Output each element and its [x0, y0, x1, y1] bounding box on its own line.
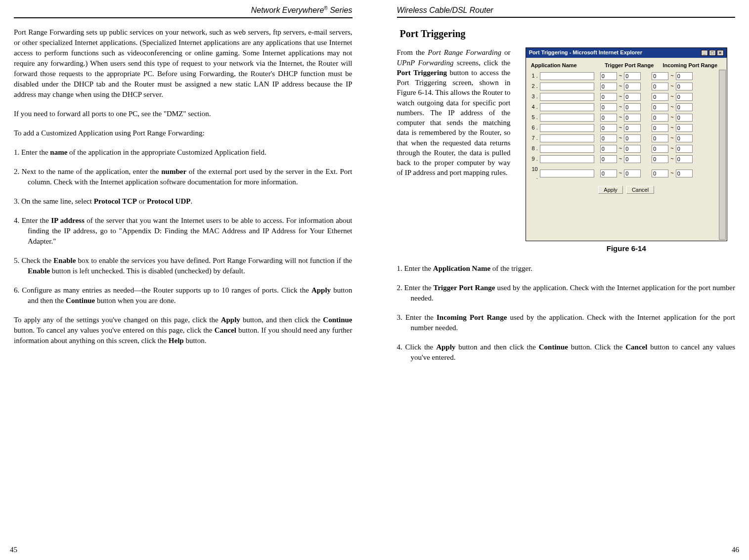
row-number: 8 . — [531, 145, 540, 152]
row-number: 1 . — [531, 72, 540, 80]
table-row: 4 .~~ — [531, 103, 722, 111]
table-row: 9 .~~ — [531, 155, 722, 163]
trigger-port-from[interactable] — [600, 124, 617, 132]
trigger-port-to[interactable] — [624, 124, 641, 132]
incoming-port-to[interactable] — [676, 155, 693, 163]
app-name-input[interactable] — [540, 103, 594, 111]
incoming-port-from[interactable] — [652, 155, 668, 163]
port-triggering-intro: From the Port Range Forwarding or UPnP F… — [397, 47, 511, 253]
trigger-port-to[interactable] — [624, 145, 641, 153]
range-sep: ~ — [619, 145, 622, 152]
row-number: 7 . — [531, 134, 540, 142]
trigger-port-from[interactable] — [600, 145, 617, 153]
incoming-port-from[interactable] — [652, 103, 668, 111]
left-step-1: 1. Enter the name of the application in … — [14, 147, 352, 158]
incoming-port-to[interactable] — [676, 72, 693, 80]
incoming-port-from[interactable] — [652, 124, 668, 132]
window-titlebar: Port Triggering - Microsoft Internet Exp… — [526, 48, 727, 57]
right-step-4: 4. Click the Apply button and then click… — [397, 342, 736, 363]
incoming-port-to[interactable] — [676, 170, 693, 177]
range-sep: ~ — [619, 114, 622, 121]
incoming-port-to[interactable] — [676, 134, 693, 142]
trigger-port-to[interactable] — [624, 170, 641, 177]
left-header-title: Network Everywhere® Series — [251, 5, 352, 16]
incoming-port-from[interactable] — [652, 145, 668, 153]
range-sep: ~ — [670, 145, 673, 152]
left-step-3: 3. On the same line, select Protocol TCP… — [14, 196, 352, 207]
app-name-input[interactable] — [540, 114, 594, 122]
incoming-port-from[interactable] — [652, 93, 668, 101]
incoming-port-from[interactable] — [652, 170, 668, 177]
incoming-port-to[interactable] — [676, 103, 693, 111]
row-number: 10 . — [531, 166, 540, 181]
range-sep: ~ — [670, 170, 673, 177]
figure-6-14: Port Triggering - Microsoft Internet Exp… — [518, 47, 736, 253]
left-p3: To add a Customized Application using Po… — [14, 128, 352, 138]
trigger-port-from[interactable] — [600, 155, 617, 163]
trigger-port-to[interactable] — [624, 155, 641, 163]
trigger-port-from[interactable] — [600, 93, 617, 101]
range-sep: ~ — [619, 72, 622, 80]
trigger-port-from[interactable] — [600, 170, 617, 177]
incoming-port-from[interactable] — [652, 134, 668, 142]
section-title: Port Triggering — [400, 27, 736, 41]
range-sep: ~ — [670, 83, 673, 90]
incoming-port-to[interactable] — [676, 93, 693, 101]
incoming-port-to[interactable] — [676, 124, 693, 132]
incoming-port-from[interactable] — [652, 114, 668, 122]
right-page: Wireless Cable/DSL Router Port Triggerin… — [375, 0, 749, 560]
trigger-port-from[interactable] — [600, 134, 617, 142]
range-sep: ~ — [670, 155, 673, 163]
window-controls: _ □ × — [701, 50, 724, 56]
minimize-icon[interactable]: _ — [701, 50, 708, 56]
trigger-port-from[interactable] — [600, 83, 617, 90]
incoming-port-to[interactable] — [676, 83, 693, 90]
left-p1: Port Range Forwarding sets up public ser… — [14, 27, 352, 100]
app-name-input[interactable] — [540, 124, 594, 132]
incoming-port-to[interactable] — [676, 114, 693, 122]
right-page-number: 46 — [732, 545, 739, 555]
table-row: 5 .~~ — [531, 114, 722, 122]
row-number: 3 . — [531, 93, 540, 100]
app-name-input[interactable] — [540, 93, 594, 101]
range-sep: ~ — [670, 134, 673, 142]
trigger-port-to[interactable] — [624, 72, 641, 80]
trigger-port-from[interactable] — [600, 103, 617, 111]
row-number: 5 . — [531, 114, 540, 121]
range-sep: ~ — [670, 124, 673, 131]
trigger-port-from[interactable] — [600, 72, 617, 80]
close-icon[interactable]: × — [717, 50, 724, 56]
figure-caption: Figure 6-14 — [607, 243, 646, 254]
range-sep: ~ — [619, 103, 622, 111]
left-page: Network Everywhere® Series Port Range Fo… — [0, 0, 375, 560]
right-step-3: 3. Enter the Incoming Port Range used by… — [397, 312, 736, 333]
app-name-input[interactable] — [540, 145, 594, 153]
incoming-port-from[interactable] — [652, 72, 668, 80]
incoming-port-from[interactable] — [652, 83, 668, 90]
cancel-button[interactable]: Cancel — [626, 186, 654, 194]
trigger-port-from[interactable] — [600, 114, 617, 122]
app-name-input[interactable] — [540, 155, 594, 163]
apply-button[interactable]: Apply — [598, 186, 623, 194]
left-step-6: 6. Configure as many entries as needed—t… — [14, 285, 352, 306]
range-sep: ~ — [619, 124, 622, 131]
left-step-5: 5. Check the Enable box to enable the se… — [14, 256, 352, 276]
incoming-port-to[interactable] — [676, 145, 693, 153]
columns-header: Application Name Trigger Port Range Inco… — [531, 62, 722, 69]
trigger-port-to[interactable] — [624, 134, 641, 142]
app-name-input[interactable] — [540, 72, 594, 80]
trigger-port-to[interactable] — [624, 114, 641, 122]
maximize-icon[interactable]: □ — [709, 50, 716, 56]
trigger-port-to[interactable] — [624, 103, 641, 111]
left-step-2: 2. Next to the name of the application, … — [14, 167, 352, 187]
scrollbar[interactable] — [719, 70, 726, 240]
trigger-port-to[interactable] — [624, 93, 641, 101]
app-name-input[interactable] — [540, 170, 594, 177]
app-name-input[interactable] — [540, 134, 594, 142]
col-app-name: Application Name — [531, 62, 600, 69]
col-incoming-range: Incoming Port Range — [659, 62, 722, 69]
app-name-input[interactable] — [540, 83, 594, 90]
left-header-row: Network Everywhere® Series — [14, 5, 352, 18]
trigger-port-to[interactable] — [624, 83, 641, 90]
table-row: 3 .~~ — [531, 93, 722, 101]
